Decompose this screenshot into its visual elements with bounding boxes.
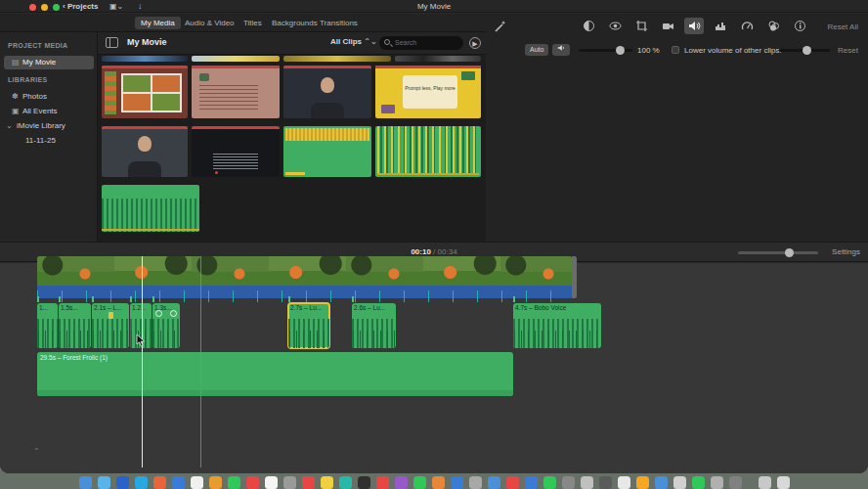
continuous-playback-icon[interactable]: ▶ — [469, 37, 481, 49]
dock-app-icon[interactable] — [246, 476, 259, 489]
background-music-clip[interactable]: 29.5s – Forest Frolic (1) — [37, 352, 513, 396]
lower-volume-slider[interactable] — [779, 49, 830, 52]
sidebar-item-library-date[interactable]: 11-11-25 — [4, 134, 94, 148]
clip-thumbnail[interactable] — [283, 56, 391, 62]
dock-app-icon[interactable] — [488, 476, 500, 489]
audio-clip[interactable]: 1... — [37, 303, 58, 348]
timeline-settings-button[interactable]: Settings — [832, 247, 860, 256]
sidebar-item-my-movie[interactable]: ▤My Movie — [4, 56, 94, 69]
clip-end-handle[interactable] — [572, 256, 577, 298]
dock-app-icon[interactable] — [98, 476, 110, 489]
playhead[interactable] — [142, 256, 143, 467]
clip-thumbnail-screenshot[interactable] — [102, 66, 188, 118]
dock-app-icon[interactable] — [711, 476, 723, 489]
dock-app-icon[interactable] — [451, 476, 463, 489]
macos-dock[interactable] — [0, 476, 868, 489]
dock-app-icon[interactable] — [618, 476, 630, 489]
audio-clip[interactable]: 2.7s – Lu... — [288, 303, 329, 348]
sidebar-item-all-events[interactable]: ▣All Events — [4, 105, 94, 118]
mute-button[interactable] — [552, 44, 570, 56]
dock-app-icon[interactable] — [729, 476, 742, 489]
dock-app-icon[interactable] — [759, 476, 771, 489]
dock-app-icon[interactable] — [265, 476, 278, 489]
timeline-zoom-slider[interactable] — [738, 251, 818, 254]
clip-thumbnail-notes[interactable] — [192, 66, 280, 118]
dock-app-icon[interactable] — [302, 476, 315, 489]
volume-icon[interactable] — [684, 18, 704, 34]
dock-app-icon[interactable] — [358, 476, 370, 489]
chevron-down-icon[interactable]: ⌄ — [6, 119, 17, 133]
audio-clip[interactable]: 4.7s – Bobo Voice — [513, 303, 601, 348]
dock-app-icon[interactable] — [339, 476, 352, 489]
dock-app-icon[interactable] — [506, 476, 519, 489]
audio-clip[interactable]: 2.6s – Lu... — [352, 303, 396, 348]
clip-thumbnail-webcam[interactable] — [283, 66, 371, 118]
tab-titles[interactable]: Titles — [238, 17, 268, 29]
color-correction-icon[interactable] — [605, 18, 625, 34]
dock-app-icon[interactable] — [135, 476, 148, 489]
audio-clip-thumbnail[interactable] — [102, 185, 199, 232]
dock-app-icon[interactable] — [525, 476, 538, 489]
volume-slider-knob[interactable] — [616, 46, 625, 55]
dock-app-icon[interactable] — [191, 476, 203, 489]
audio-clip[interactable]: 1.5s... — [59, 303, 91, 348]
effects-icon[interactable] — [763, 18, 783, 34]
color-balance-icon[interactable] — [579, 18, 598, 34]
dock-app-icon[interactable] — [413, 476, 426, 489]
lower-volume-slider-knob[interactable] — [803, 46, 811, 55]
clip-thumbnail-slide[interactable]: Prompt less, Play more — [375, 66, 481, 118]
dock-app-icon[interactable] — [395, 476, 408, 489]
dock-app-icon[interactable] — [692, 476, 705, 489]
reset-button[interactable]: Reset — [838, 46, 858, 55]
audio-clip[interactable]: 2.1s – L... — [92, 303, 129, 348]
noise-reduction-icon[interactable] — [711, 18, 730, 34]
crop-icon[interactable] — [631, 18, 651, 34]
dock-app-icon[interactable] — [655, 476, 668, 489]
dock-app-icon[interactable] — [432, 476, 445, 489]
tab-transitions[interactable]: Transitions — [314, 17, 364, 29]
speed-icon[interactable] — [737, 18, 757, 34]
dock-app-icon[interactable] — [636, 476, 649, 489]
sidebar-item-imovie-library[interactable]: ⌄iMovie Library — [4, 119, 94, 133]
dock-app-icon[interactable] — [673, 476, 686, 489]
dock-app-icon[interactable] — [562, 476, 575, 489]
volume-slider[interactable] — [579, 49, 632, 52]
tab-my-media[interactable]: My Media — [135, 17, 181, 29]
tab-audio-video[interactable]: Audio & Video — [179, 17, 240, 29]
enhance-wand-icon[interactable] — [494, 20, 507, 33]
dock-app-icon[interactable] — [777, 476, 790, 489]
dock-app-icon[interactable] — [153, 476, 166, 489]
dock-app-icon[interactable] — [283, 476, 296, 489]
dock-app-icon[interactable] — [79, 476, 92, 489]
clip-thumbnail-webcam[interactable] — [102, 126, 188, 177]
dock-app-icon[interactable] — [228, 476, 240, 489]
search-input[interactable]: Search — [379, 36, 463, 50]
lower-volume-checkbox[interactable] — [672, 46, 679, 54]
timeline-zoom-knob[interactable] — [785, 248, 794, 257]
auto-volume-button[interactable]: Auto — [525, 44, 548, 56]
dock-app-icon[interactable] — [209, 476, 222, 489]
clip-filter-dropdown[interactable]: All Clips ⌃⌄ — [330, 37, 377, 46]
dock-app-icon[interactable] — [469, 476, 482, 489]
clip-thumbnail-terminal[interactable] — [192, 126, 280, 177]
dock-app-icon[interactable] — [376, 476, 389, 489]
reset-all-button[interactable]: Reset All — [827, 22, 858, 31]
clip-thumbnail[interactable] — [192, 56, 280, 62]
fade-handle-icon[interactable] — [170, 310, 177, 317]
dock-app-icon[interactable] — [321, 476, 333, 489]
audio-clip[interactable]: 1.3s... — [152, 303, 180, 348]
video-clip-filmstrip[interactable] — [37, 256, 572, 286]
dock-app-icon[interactable] — [543, 476, 556, 489]
clip-thumbnail[interactable] — [395, 56, 481, 62]
dock-app-icon[interactable] — [172, 476, 185, 489]
dock-app-icon[interactable] — [581, 476, 593, 489]
sidebar-toggle-icon[interactable] — [106, 37, 118, 48]
audio-clip-thumbnail[interactable] — [375, 126, 481, 177]
audio-clip-thumbnail[interactable] — [283, 126, 371, 177]
fade-handle-icon[interactable] — [155, 310, 162, 317]
clip-thumbnail[interactable] — [102, 56, 188, 62]
stabilization-icon[interactable] — [658, 18, 677, 34]
info-icon[interactable] — [790, 18, 809, 34]
dock-app-icon[interactable] — [116, 476, 129, 489]
dock-app-icon[interactable] — [599, 476, 612, 489]
